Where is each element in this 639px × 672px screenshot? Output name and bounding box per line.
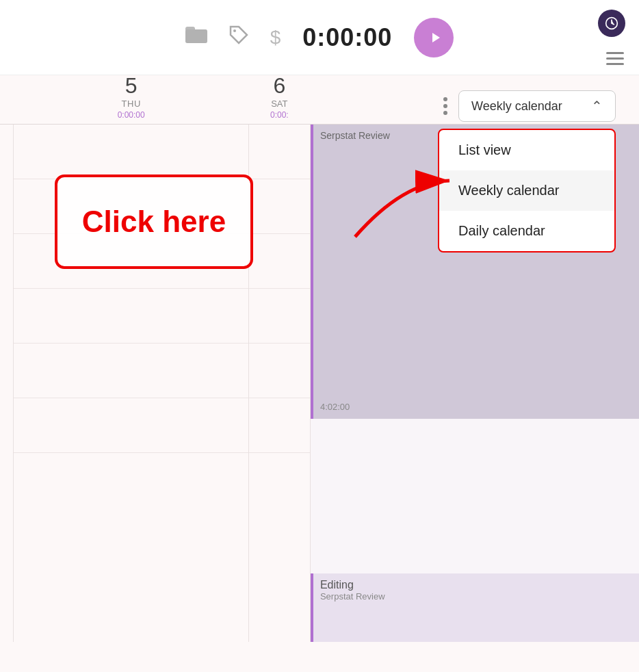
- editing-subtitle: Serpstat Review: [320, 591, 632, 602]
- svg-point-3: [233, 29, 236, 32]
- tag-icon[interactable]: [229, 25, 248, 49]
- hamburger-menu[interactable]: [606, 52, 624, 65]
- day-label-thu: THU: [14, 99, 248, 109]
- event-block-editing[interactable]: Editing Serpstat Review: [311, 573, 639, 642]
- chevron-up-icon: ⌃: [591, 98, 603, 114]
- day-label-sat: SAT: [248, 99, 310, 109]
- timer-display: 0:00:00: [302, 23, 392, 52]
- day-time-sat: 0:00:: [248, 110, 310, 120]
- event-time: 4:02:00: [320, 402, 350, 412]
- dropdown-daily-calendar[interactable]: Daily calendar: [439, 211, 614, 251]
- dollar-icon[interactable]: $: [270, 27, 281, 49]
- cal-margin-col: [0, 125, 14, 642]
- dropdown-list-view[interactable]: List view: [439, 130, 614, 170]
- cal-col-partial: [249, 125, 311, 642]
- calendar-area: 5 THU 0:00:00 6 SAT 0:00: Weekly calenda…: [0, 75, 639, 672]
- click-here-annotation[interactable]: Click here: [55, 175, 253, 269]
- day-num-6: 6: [248, 73, 310, 99]
- topbar: $ 0:00:00: [0, 0, 639, 75]
- view-dropdown: List view Weekly calendar Daily calendar: [438, 129, 616, 253]
- clock-icon: [598, 10, 625, 37]
- editing-title: Editing: [320, 579, 632, 591]
- folder-icon[interactable]: [185, 25, 207, 49]
- day-time-thu: 0:00:00: [14, 110, 248, 120]
- cal-day-thu: 5 THU 0:00:00: [14, 73, 248, 120]
- day-num-5: 5: [14, 73, 248, 99]
- cal-day-sat: 6 SAT 0:00:: [248, 73, 310, 120]
- click-here-text: Click here: [82, 205, 226, 239]
- three-dots-menu[interactable]: [443, 97, 447, 115]
- view-selector-button[interactable]: Weekly calendar ⌃: [458, 90, 616, 122]
- view-selector-label: Weekly calendar: [471, 99, 562, 114]
- svg-rect-2: [185, 29, 207, 43]
- play-button[interactable]: [414, 18, 454, 57]
- dropdown-weekly-calendar[interactable]: Weekly calendar: [439, 170, 614, 211]
